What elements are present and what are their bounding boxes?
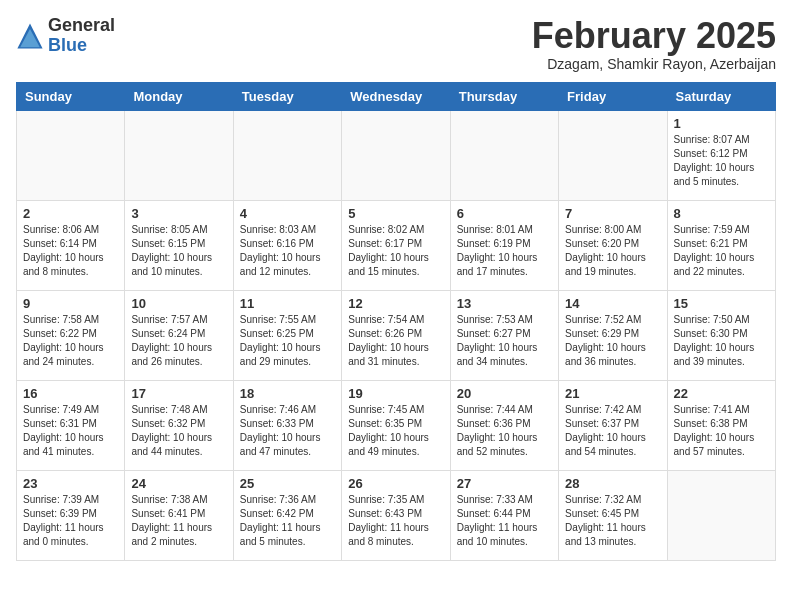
day-info: Sunrise: 7:53 AM Sunset: 6:27 PM Dayligh…	[457, 313, 552, 369]
column-header-friday: Friday	[559, 82, 667, 110]
calendar-cell: 14Sunrise: 7:52 AM Sunset: 6:29 PM Dayli…	[559, 290, 667, 380]
calendar-cell: 13Sunrise: 7:53 AM Sunset: 6:27 PM Dayli…	[450, 290, 558, 380]
calendar-cell: 12Sunrise: 7:54 AM Sunset: 6:26 PM Dayli…	[342, 290, 450, 380]
calendar-table: SundayMondayTuesdayWednesdayThursdayFrid…	[16, 82, 776, 561]
day-info: Sunrise: 7:36 AM Sunset: 6:42 PM Dayligh…	[240, 493, 335, 549]
day-info: Sunrise: 8:05 AM Sunset: 6:15 PM Dayligh…	[131, 223, 226, 279]
day-number: 1	[674, 116, 769, 131]
calendar-cell	[233, 110, 341, 200]
week-row-5: 23Sunrise: 7:39 AM Sunset: 6:39 PM Dayli…	[17, 470, 776, 560]
day-info: Sunrise: 7:45 AM Sunset: 6:35 PM Dayligh…	[348, 403, 443, 459]
calendar-cell: 10Sunrise: 7:57 AM Sunset: 6:24 PM Dayli…	[125, 290, 233, 380]
day-number: 24	[131, 476, 226, 491]
day-number: 12	[348, 296, 443, 311]
page-header: General Blue February 2025 Dzagam, Shamk…	[16, 16, 776, 72]
day-info: Sunrise: 7:46 AM Sunset: 6:33 PM Dayligh…	[240, 403, 335, 459]
day-number: 3	[131, 206, 226, 221]
calendar-cell: 27Sunrise: 7:33 AM Sunset: 6:44 PM Dayli…	[450, 470, 558, 560]
day-number: 8	[674, 206, 769, 221]
calendar-cell: 20Sunrise: 7:44 AM Sunset: 6:36 PM Dayli…	[450, 380, 558, 470]
day-info: Sunrise: 7:44 AM Sunset: 6:36 PM Dayligh…	[457, 403, 552, 459]
calendar-cell: 18Sunrise: 7:46 AM Sunset: 6:33 PM Dayli…	[233, 380, 341, 470]
day-info: Sunrise: 7:49 AM Sunset: 6:31 PM Dayligh…	[23, 403, 118, 459]
calendar-cell	[17, 110, 125, 200]
day-info: Sunrise: 8:03 AM Sunset: 6:16 PM Dayligh…	[240, 223, 335, 279]
day-number: 10	[131, 296, 226, 311]
day-number: 15	[674, 296, 769, 311]
day-info: Sunrise: 7:59 AM Sunset: 6:21 PM Dayligh…	[674, 223, 769, 279]
day-info: Sunrise: 7:48 AM Sunset: 6:32 PM Dayligh…	[131, 403, 226, 459]
day-info: Sunrise: 7:42 AM Sunset: 6:37 PM Dayligh…	[565, 403, 660, 459]
day-number: 20	[457, 386, 552, 401]
calendar-cell	[667, 470, 775, 560]
day-number: 9	[23, 296, 118, 311]
day-info: Sunrise: 7:52 AM Sunset: 6:29 PM Dayligh…	[565, 313, 660, 369]
day-number: 26	[348, 476, 443, 491]
week-row-3: 9Sunrise: 7:58 AM Sunset: 6:22 PM Daylig…	[17, 290, 776, 380]
logo-icon	[16, 22, 44, 50]
calendar-cell: 24Sunrise: 7:38 AM Sunset: 6:41 PM Dayli…	[125, 470, 233, 560]
day-info: Sunrise: 7:38 AM Sunset: 6:41 PM Dayligh…	[131, 493, 226, 549]
day-info: Sunrise: 7:35 AM Sunset: 6:43 PM Dayligh…	[348, 493, 443, 549]
calendar-cell: 22Sunrise: 7:41 AM Sunset: 6:38 PM Dayli…	[667, 380, 775, 470]
column-header-wednesday: Wednesday	[342, 82, 450, 110]
calendar-cell: 6Sunrise: 8:01 AM Sunset: 6:19 PM Daylig…	[450, 200, 558, 290]
column-header-saturday: Saturday	[667, 82, 775, 110]
month-title: February 2025	[532, 16, 776, 56]
calendar-cell: 23Sunrise: 7:39 AM Sunset: 6:39 PM Dayli…	[17, 470, 125, 560]
column-header-sunday: Sunday	[17, 82, 125, 110]
day-number: 22	[674, 386, 769, 401]
day-number: 16	[23, 386, 118, 401]
calendar-cell	[559, 110, 667, 200]
calendar-cell: 8Sunrise: 7:59 AM Sunset: 6:21 PM Daylig…	[667, 200, 775, 290]
day-info: Sunrise: 7:54 AM Sunset: 6:26 PM Dayligh…	[348, 313, 443, 369]
day-info: Sunrise: 7:50 AM Sunset: 6:30 PM Dayligh…	[674, 313, 769, 369]
calendar-cell: 4Sunrise: 8:03 AM Sunset: 6:16 PM Daylig…	[233, 200, 341, 290]
calendar-cell: 3Sunrise: 8:05 AM Sunset: 6:15 PM Daylig…	[125, 200, 233, 290]
title-block: February 2025 Dzagam, Shamkir Rayon, Aze…	[532, 16, 776, 72]
calendar-cell: 7Sunrise: 8:00 AM Sunset: 6:20 PM Daylig…	[559, 200, 667, 290]
calendar-cell	[450, 110, 558, 200]
day-info: Sunrise: 8:02 AM Sunset: 6:17 PM Dayligh…	[348, 223, 443, 279]
calendar-cell: 9Sunrise: 7:58 AM Sunset: 6:22 PM Daylig…	[17, 290, 125, 380]
day-number: 2	[23, 206, 118, 221]
calendar-cell: 28Sunrise: 7:32 AM Sunset: 6:45 PM Dayli…	[559, 470, 667, 560]
day-number: 13	[457, 296, 552, 311]
day-number: 7	[565, 206, 660, 221]
calendar-cell	[342, 110, 450, 200]
week-row-4: 16Sunrise: 7:49 AM Sunset: 6:31 PM Dayli…	[17, 380, 776, 470]
week-row-1: 1Sunrise: 8:07 AM Sunset: 6:12 PM Daylig…	[17, 110, 776, 200]
location-subtitle: Dzagam, Shamkir Rayon, Azerbaijan	[532, 56, 776, 72]
day-info: Sunrise: 8:06 AM Sunset: 6:14 PM Dayligh…	[23, 223, 118, 279]
day-info: Sunrise: 8:01 AM Sunset: 6:19 PM Dayligh…	[457, 223, 552, 279]
day-info: Sunrise: 7:58 AM Sunset: 6:22 PM Dayligh…	[23, 313, 118, 369]
day-number: 23	[23, 476, 118, 491]
day-number: 28	[565, 476, 660, 491]
day-number: 5	[348, 206, 443, 221]
day-number: 11	[240, 296, 335, 311]
day-info: Sunrise: 7:33 AM Sunset: 6:44 PM Dayligh…	[457, 493, 552, 549]
day-number: 17	[131, 386, 226, 401]
day-number: 27	[457, 476, 552, 491]
column-header-monday: Monday	[125, 82, 233, 110]
day-info: Sunrise: 7:55 AM Sunset: 6:25 PM Dayligh…	[240, 313, 335, 369]
calendar-cell: 25Sunrise: 7:36 AM Sunset: 6:42 PM Dayli…	[233, 470, 341, 560]
day-number: 21	[565, 386, 660, 401]
logo-blue-text: Blue	[48, 36, 115, 56]
calendar-cell: 5Sunrise: 8:02 AM Sunset: 6:17 PM Daylig…	[342, 200, 450, 290]
column-header-tuesday: Tuesday	[233, 82, 341, 110]
calendar-cell: 1Sunrise: 8:07 AM Sunset: 6:12 PM Daylig…	[667, 110, 775, 200]
logo: General Blue	[16, 16, 115, 56]
calendar-cell: 2Sunrise: 8:06 AM Sunset: 6:14 PM Daylig…	[17, 200, 125, 290]
logo-general-text: General	[48, 16, 115, 36]
column-header-thursday: Thursday	[450, 82, 558, 110]
day-number: 19	[348, 386, 443, 401]
calendar-header-row: SundayMondayTuesdayWednesdayThursdayFrid…	[17, 82, 776, 110]
logo-text: General Blue	[48, 16, 115, 56]
calendar-cell: 11Sunrise: 7:55 AM Sunset: 6:25 PM Dayli…	[233, 290, 341, 380]
calendar-cell: 26Sunrise: 7:35 AM Sunset: 6:43 PM Dayli…	[342, 470, 450, 560]
calendar-cell	[125, 110, 233, 200]
day-info: Sunrise: 7:39 AM Sunset: 6:39 PM Dayligh…	[23, 493, 118, 549]
calendar-cell: 17Sunrise: 7:48 AM Sunset: 6:32 PM Dayli…	[125, 380, 233, 470]
calendar-cell: 21Sunrise: 7:42 AM Sunset: 6:37 PM Dayli…	[559, 380, 667, 470]
